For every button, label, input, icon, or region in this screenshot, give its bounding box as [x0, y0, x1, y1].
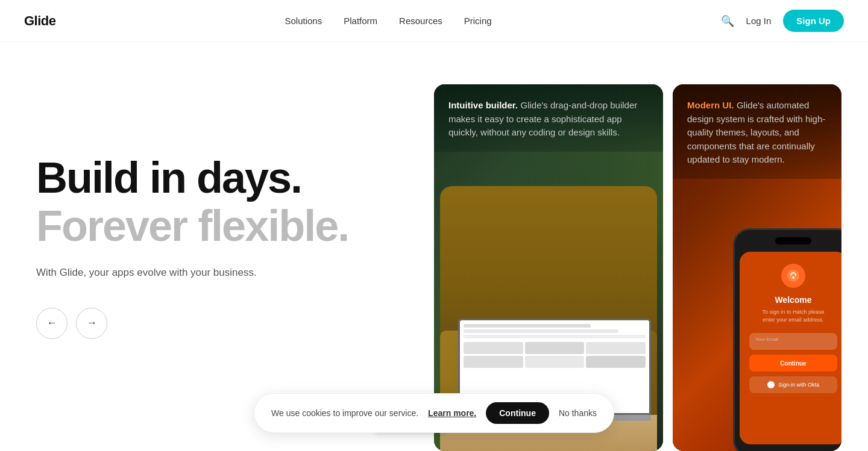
next-button[interactable]: →: [76, 308, 107, 339]
cookie-learn-more[interactable]: Learn more.: [428, 408, 476, 418]
signup-button[interactable]: Sign Up: [783, 10, 844, 32]
card2-title-bold: Modern UI.: [687, 100, 734, 110]
svg-point-1: [792, 276, 794, 279]
main-content: Build in days. Forever flexible. With Gl…: [0, 0, 868, 451]
logo[interactable]: Glide: [24, 13, 56, 29]
modern-ui-card[interactable]: Welcome To sign in to Hatch pleaseenter …: [673, 84, 841, 451]
phone-okta-label: Sign-in with Okta: [778, 382, 819, 388]
prev-button[interactable]: ←: [36, 308, 68, 339]
hero-subtitle: With Glide, your apps evolve with your b…: [36, 267, 398, 279]
cookie-message: We use cookies to improve our service.: [271, 408, 418, 418]
phone-sub: To sign in to Hatch pleaseenter your ema…: [749, 308, 837, 323]
cookie-no-thanks-button[interactable]: No thanks: [559, 408, 597, 418]
main-nav: Solutions Platform Resources Pricing: [285, 16, 491, 26]
phone-mockup: Welcome To sign in to Hatch pleaseenter …: [733, 228, 841, 451]
hero-title-light: Forever flexible.: [36, 202, 398, 250]
phone-continue-label: Continue: [780, 360, 806, 367]
card-text-orange: Modern UI. Glide's automated design syst…: [673, 84, 841, 179]
cookie-continue-button[interactable]: Continue: [486, 402, 549, 424]
nav-resources[interactable]: Resources: [399, 16, 442, 26]
phone-continue-btn[interactable]: Continue: [749, 355, 837, 372]
hero-title-bold: Build in days.: [36, 154, 398, 202]
nav-pricing[interactable]: Pricing: [464, 16, 492, 26]
search-icon[interactable]: 🔍: [721, 14, 734, 28]
nav-platform[interactable]: Platform: [344, 16, 377, 26]
carousel-nav-buttons: ← →: [36, 308, 398, 339]
hero-section: Build in days. Forever flexible. With Gl…: [0, 42, 434, 451]
login-button[interactable]: Log In: [746, 16, 772, 26]
phone-okta-btn[interactable]: Sign-in with Okta: [749, 376, 837, 393]
phone-email-input: Your Email: [749, 333, 837, 350]
svg-point-0: [787, 270, 799, 282]
header: Glide Solutions Platform Resources Prici…: [0, 0, 868, 42]
header-actions: 🔍 Log In Sign Up: [721, 10, 844, 32]
phone-welcome: Welcome: [749, 295, 837, 305]
nav-solutions[interactable]: Solutions: [285, 16, 322, 26]
cookie-banner: We use cookies to improve our service. L…: [254, 393, 614, 433]
card1-title-bold: Intuitive builder.: [448, 100, 518, 110]
card-text-green: Intuitive builder. Glide's drag-and-drop…: [434, 84, 663, 152]
okta-icon: [767, 381, 775, 388]
